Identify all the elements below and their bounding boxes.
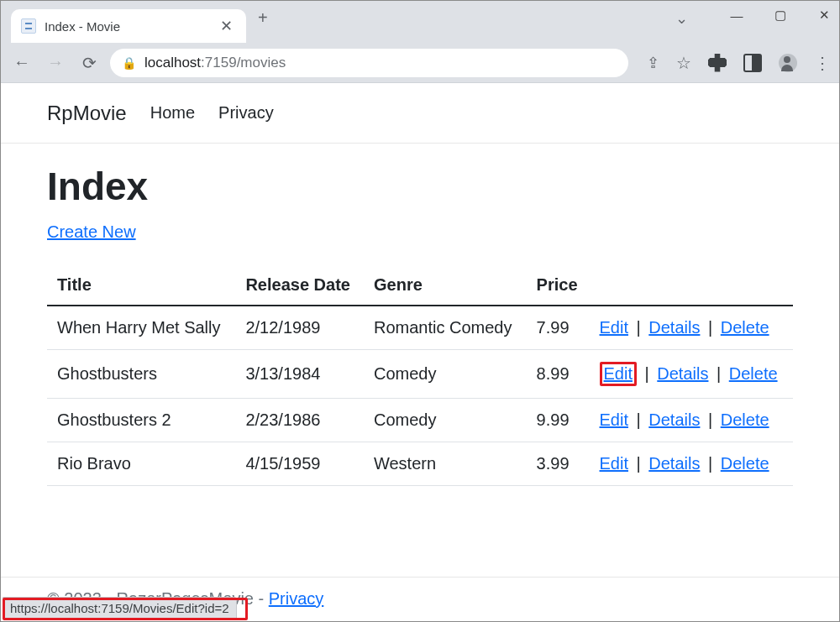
cell-release: 2/23/1986 [235, 399, 364, 442]
edit-link[interactable]: Edit [600, 454, 628, 473]
cell-genre: Romantic Comedy [364, 306, 527, 350]
details-link[interactable]: Details [657, 364, 708, 383]
share-icon[interactable]: ⇪ [647, 54, 659, 72]
browser-titlebar: ⌄ — ▢ ✕ Index - Movie ✕ + [1, 1, 839, 43]
col-title: Title [47, 265, 235, 306]
delete-link[interactable]: Delete [721, 454, 769, 473]
browser-toolbar: ← → ⟳ 🔒 localhost:7159/movies ⇪ ☆ ⋮ [1, 43, 839, 83]
cell-genre: Comedy [364, 399, 527, 442]
table-row: Ghostbusters 22/23/1986Comedy9.99Edit | … [47, 399, 793, 442]
new-tab-button[interactable]: + [258, 8, 268, 28]
cell-release: 2/12/1989 [235, 306, 364, 350]
cell-title: Ghostbusters 2 [47, 399, 235, 442]
cell-release: 4/15/1959 [235, 442, 364, 486]
cell-actions: Edit | Details | Delete [590, 442, 793, 486]
site-navbar: RpMovie Home Privacy [1, 83, 839, 144]
url-host: localhost [144, 55, 201, 71]
edit-link[interactable]: Edit [600, 410, 628, 429]
back-button[interactable]: ← [9, 50, 34, 76]
details-link[interactable]: Details [648, 410, 700, 429]
delete-link[interactable]: Delete [729, 364, 778, 383]
cell-actions: Edit | Details | Delete [590, 306, 793, 350]
cell-price: 7.99 [527, 306, 590, 350]
sidepanel-icon[interactable] [743, 54, 762, 72]
tab-title: Index - Movie [45, 19, 208, 34]
bookmark-star-icon[interactable]: ☆ [676, 53, 691, 73]
edit-link[interactable]: Edit [600, 318, 628, 337]
forward-button[interactable]: → [43, 50, 68, 76]
favicon-icon [21, 18, 36, 34]
cell-genre: Comedy [364, 350, 527, 399]
cell-release: 3/13/1984 [235, 350, 364, 399]
browser-tab[interactable]: Index - Movie ✕ [11, 9, 246, 43]
delete-link[interactable]: Delete [721, 318, 769, 337]
movies-table: Title Release Date Genre Price When Harr… [47, 265, 793, 486]
nav-privacy[interactable]: Privacy [218, 103, 274, 123]
cell-actions: Edit | Details | Delete [590, 350, 793, 399]
menu-kebab-icon[interactable]: ⋮ [814, 53, 831, 73]
col-actions [590, 265, 793, 306]
cell-genre: Western [364, 442, 527, 486]
cell-title: When Harry Met Sally [47, 306, 235, 350]
profile-avatar-icon[interactable] [779, 54, 797, 72]
extensions-icon[interactable] [708, 54, 727, 72]
address-bar[interactable]: 🔒 localhost:7159/movies [110, 49, 628, 77]
table-row: Rio Bravo4/15/1959Western3.99Edit | Deta… [47, 442, 793, 486]
footer-privacy-link[interactable]: Privacy [269, 589, 324, 608]
details-link[interactable]: Details [648, 454, 700, 473]
col-price: Price [527, 265, 590, 306]
create-new-link[interactable]: Create New [47, 222, 136, 241]
url-path: :7159/movies [201, 55, 286, 71]
window-maximize-icon[interactable]: ▢ [770, 8, 790, 23]
window-close-icon[interactable]: ✕ [814, 8, 834, 23]
reload-button[interactable]: ⟳ [76, 50, 102, 76]
brand-link[interactable]: RpMovie [47, 102, 127, 125]
cell-price: 9.99 [527, 399, 590, 442]
cell-title: Rio Bravo [47, 442, 235, 486]
chevron-down-icon[interactable]: ⌄ [675, 9, 688, 28]
page-title: Index [47, 164, 793, 209]
col-genre: Genre [364, 265, 527, 306]
delete-link[interactable]: Delete [721, 410, 769, 429]
cell-title: Ghostbusters [47, 350, 235, 399]
cell-price: 3.99 [527, 442, 590, 486]
tab-close-icon[interactable]: ✕ [217, 17, 236, 35]
browser-status-bar: https://localhost:7159/Movies/Edit?id=2 [3, 597, 237, 619]
table-row: When Harry Met Sally2/12/1989Romantic Co… [47, 306, 793, 350]
edit-link[interactable]: Edit [604, 364, 633, 383]
cell-price: 8.99 [527, 350, 590, 399]
nav-home[interactable]: Home [150, 103, 195, 123]
col-release: Release Date [235, 265, 364, 306]
window-minimize-icon[interactable]: — [727, 8, 747, 23]
details-link[interactable]: Details [648, 318, 700, 337]
page-content: RpMovie Home Privacy Index Create New Ti… [1, 83, 839, 486]
cell-actions: Edit | Details | Delete [590, 399, 793, 442]
lock-icon: 🔒 [122, 56, 136, 70]
table-row: Ghostbusters3/13/1984Comedy8.99Edit | De… [47, 350, 793, 399]
